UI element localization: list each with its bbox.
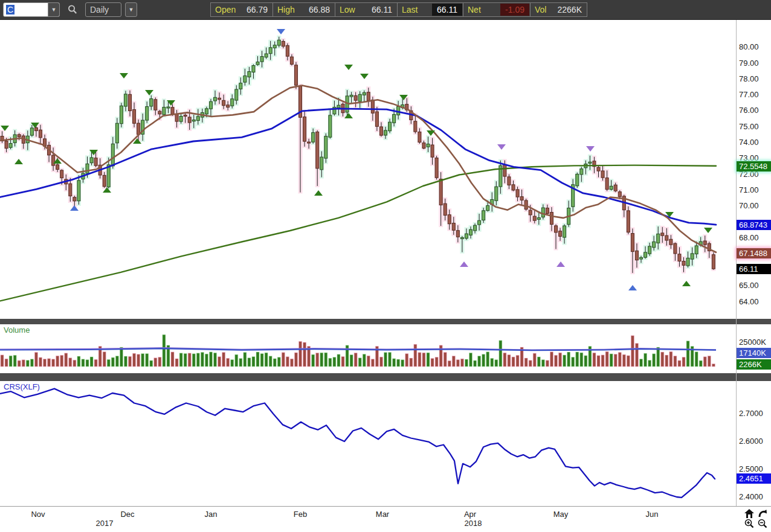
quote-field-label: Open bbox=[211, 5, 236, 14]
crs-axis-badge: 2.4651 bbox=[737, 473, 771, 484]
signal-triangle-up bbox=[556, 261, 565, 267]
search-icon bbox=[67, 4, 78, 15]
quote-field-value: 66.79 bbox=[242, 5, 273, 14]
crs-axis-label: 2.5000 bbox=[739, 464, 763, 473]
quote-field-label: Last bbox=[398, 5, 418, 14]
quote-field-vol: Vol2266K bbox=[530, 2, 587, 17]
symbol-dropdown-button[interactable]: ▼ bbox=[48, 3, 59, 16]
quote-field-label: Low bbox=[335, 5, 355, 14]
price-axis-badge: 67.1488 bbox=[737, 248, 771, 258]
price-axis-label: 74.00 bbox=[739, 138, 759, 147]
zoom-in-button[interactable] bbox=[744, 519, 755, 528]
signal-triangle-down bbox=[427, 130, 435, 136]
price-axis-label: 78.00 bbox=[739, 74, 759, 83]
price-axis-label: 70.00 bbox=[739, 201, 759, 210]
quote-field-net: Net-1.09 bbox=[463, 2, 531, 17]
signal-triangle-down bbox=[704, 228, 712, 233]
crs-panel-title: CRS(XLF) bbox=[4, 382, 40, 391]
symbol-input[interactable]: C bbox=[4, 3, 48, 16]
x-axis-month-label: May bbox=[553, 510, 569, 519]
crs-axis-label: 2.7000 bbox=[739, 409, 763, 418]
x-axis-month-label: Jun bbox=[646, 510, 659, 519]
symbol-value: C bbox=[6, 5, 15, 14]
quote-field-label: Net bbox=[463, 5, 481, 14]
time-axis[interactable]: NovDecJanFebMarAprMayJun20172018 bbox=[0, 506, 771, 532]
x-axis-month-label: Apr bbox=[464, 510, 476, 519]
crs-axis-label: 2.6000 bbox=[739, 437, 763, 446]
signal-triangle-up bbox=[70, 205, 79, 211]
price-axis-label: 68.00 bbox=[739, 233, 759, 242]
quote-field-open: Open66.79 bbox=[210, 2, 273, 17]
x-axis-month-label: Dec bbox=[120, 510, 134, 519]
signal-triangle-up bbox=[314, 190, 323, 196]
home-button[interactable] bbox=[744, 509, 755, 518]
undo-button[interactable] bbox=[758, 509, 769, 518]
quote-field-value: -1.09 bbox=[500, 4, 529, 16]
charting-application-window: C ▼ Daily ▼ Open66.79High66.88Low66.11La… bbox=[0, 0, 771, 532]
zoom-out-icon bbox=[758, 519, 767, 528]
volume-axis-badge: 2266K bbox=[737, 359, 771, 370]
panel-divider[interactable] bbox=[0, 319, 771, 324]
price-axis-badge: 68.8743 bbox=[737, 220, 771, 230]
panel-divider[interactable] bbox=[0, 373, 771, 381]
timeframe-combobox[interactable]: Daily bbox=[85, 2, 121, 17]
undo-arrow-icon bbox=[758, 509, 767, 518]
quote-field-value: 66.11 bbox=[432, 4, 462, 16]
x-axis-year-label: 2018 bbox=[465, 519, 482, 528]
x-axis-month-label: Jan bbox=[205, 510, 218, 519]
search-button[interactable] bbox=[66, 3, 79, 16]
quote-field-value: 2266K bbox=[553, 5, 587, 14]
x-axis-year-label: 2017 bbox=[96, 519, 114, 528]
price-axis-label: 71.00 bbox=[739, 185, 759, 194]
volume-chart-canvas[interactable] bbox=[0, 324, 736, 373]
signal-triangle-up bbox=[15, 159, 23, 164]
x-axis-month-label: Mar bbox=[376, 510, 389, 519]
quote-field-value: 66.88 bbox=[304, 5, 335, 14]
x-axis-month-label: Feb bbox=[294, 510, 307, 519]
signal-triangle-down bbox=[586, 146, 595, 152]
chevron-down-icon: ▼ bbox=[129, 7, 134, 13]
signal-triangle-up bbox=[460, 261, 468, 267]
quote-fields: Open66.79High66.88Low66.11Last66.11Net-1… bbox=[211, 2, 587, 17]
quote-field-last: Last66.11 bbox=[397, 2, 463, 17]
price-axis-badge: 66.11 bbox=[737, 264, 771, 274]
signal-triangle-up bbox=[628, 285, 637, 290]
crs-chart-canvas[interactable] bbox=[0, 381, 736, 506]
home-icon bbox=[744, 509, 754, 518]
price-axis-divider bbox=[736, 20, 737, 506]
signal-triangle-down bbox=[120, 73, 128, 79]
price-chart-canvas[interactable] bbox=[0, 20, 736, 319]
signal-triangle-down bbox=[344, 65, 353, 70]
volume-panel-title: Volume bbox=[4, 325, 30, 335]
volume-axis-badge: 17140K bbox=[737, 348, 771, 358]
price-axis-label: 77.00 bbox=[739, 90, 759, 99]
chevron-down-icon: ▼ bbox=[51, 7, 57, 13]
signal-triangle-down bbox=[277, 29, 285, 34]
toolbar: C ▼ Daily ▼ Open66.79High66.88Low66.11La… bbox=[0, 0, 771, 20]
price-axis-label: 75.00 bbox=[739, 122, 759, 131]
price-axis-label: 80.00 bbox=[739, 42, 759, 51]
price-axis-label: 79.00 bbox=[739, 59, 759, 68]
zoom-in-icon bbox=[744, 519, 754, 528]
signal-triangle-down bbox=[360, 74, 369, 79]
timeframe-dropdown-button[interactable]: ▼ bbox=[125, 2, 137, 17]
quote-field-high: High66.88 bbox=[273, 2, 335, 17]
price-chart-panel[interactable] bbox=[0, 20, 736, 319]
price-axis-label: 64.00 bbox=[739, 297, 759, 306]
quote-field-value: 66.11 bbox=[367, 5, 397, 14]
symbol-combobox: C ▼ bbox=[3, 2, 60, 17]
price-axis-label: 76.00 bbox=[739, 106, 759, 115]
signal-triangle-up bbox=[682, 281, 691, 286]
crs-indicator-panel[interactable]: CRS(XLF) bbox=[0, 381, 736, 506]
x-axis-month-label: Nov bbox=[31, 510, 45, 519]
zoom-out-button[interactable] bbox=[758, 519, 769, 528]
quote-field-label: Vol bbox=[531, 5, 546, 14]
quote-field-low: Low66.11 bbox=[335, 2, 398, 17]
signal-triangle-down bbox=[497, 144, 506, 150]
quote-field-label: High bbox=[273, 5, 295, 14]
crs-axis-label: 2.4000 bbox=[739, 492, 763, 501]
chart-nav-buttons bbox=[744, 509, 769, 528]
price-axis-badge: 72.5548 bbox=[737, 161, 771, 171]
volume-panel[interactable]: Volume bbox=[0, 324, 736, 373]
timeframe-value: Daily bbox=[86, 5, 109, 14]
